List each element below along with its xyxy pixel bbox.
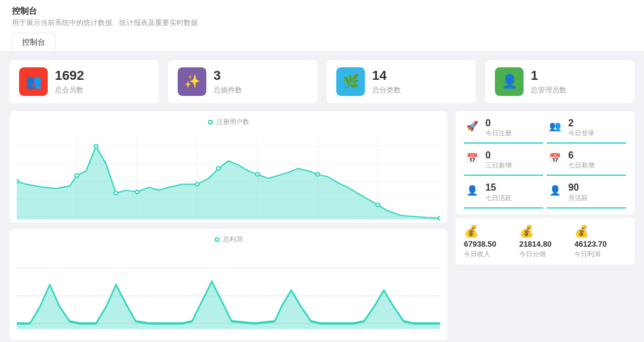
today-login-label: 今日登录 xyxy=(568,129,595,138)
svg-text:2022-10-16: 2022-10-16 xyxy=(122,222,152,223)
seven-day-active-number: 15 xyxy=(485,182,512,193)
main-content: 👥 1692 总会员数 ✨ 3 总插件数 🌿 14 总分类数 👤 1 总 xyxy=(0,52,644,342)
month-active-number: 90 xyxy=(568,182,588,193)
chart-registered: 注册用户数 xyxy=(10,111,447,223)
stats-row: 👥 1692 总会员数 ✨ 3 总插件数 🌿 14 总分类数 👤 1 总 xyxy=(10,60,634,103)
calendar7-icon: 📅 xyxy=(547,150,564,166)
svg-point-14 xyxy=(114,191,118,195)
stat-item-seven-day-active: 👤 15 七日活跃 xyxy=(464,182,543,208)
stat-item-three-day: 📅 0 三日新增 xyxy=(464,150,543,176)
three-day-label: 三日新增 xyxy=(485,161,512,170)
stat-number-plugins: 3 xyxy=(213,68,242,83)
finance-item-income: 💰 67938.50 今日收入 xyxy=(464,224,516,259)
profit-label: 今日利润 xyxy=(574,250,600,259)
stat-item-today-register: 🚀 0 今日注册 xyxy=(464,117,543,144)
tab-dashboard[interactable]: 控制台 xyxy=(12,33,55,51)
svg-point-12 xyxy=(75,174,79,178)
today-register-number: 0 xyxy=(485,117,512,129)
stat-icon-members: 👥 xyxy=(19,67,48,96)
stat-icon-plugins: ✨ xyxy=(178,67,206,96)
svg-text:2022-10-13: 2022-10-13 xyxy=(61,222,92,223)
stat-label-categories: 总分类数 xyxy=(372,85,401,95)
stat-item-month-active: 👤 90 月活跃 xyxy=(547,182,626,208)
chart-registered-legend: 注册用户数 xyxy=(17,117,440,126)
page-title: 控制台 xyxy=(12,6,632,17)
stat-item-seven-day-new: 📅 6 七日新增 xyxy=(547,150,626,176)
legend-label-registered: 注册用户数 xyxy=(216,117,249,126)
charts-column: 注册用户数 xyxy=(10,111,447,340)
stat-label-plugins: 总插件数 xyxy=(213,85,242,95)
stat-icon-admins: 👤 xyxy=(495,67,524,96)
month-active-label: 月活跃 xyxy=(568,194,588,203)
legend-label-profit: 总利润 xyxy=(223,235,243,244)
income-number: 67938.50 xyxy=(464,240,496,248)
right-stats-panel: 🚀 0 今日注册 👥 2 今日登录 📅 xyxy=(456,111,634,340)
profit-number: 46123.70 xyxy=(574,240,606,248)
chart-profit: 总利润 xyxy=(10,229,447,340)
stat-number-admins: 1 xyxy=(531,68,566,83)
three-day-number: 0 xyxy=(485,150,512,161)
finance-item-commission: 💰 21814.80 今日分佣 xyxy=(519,224,571,259)
finance-item-profit: 💰 46123.70 今日利润 xyxy=(574,224,626,259)
svg-text:2022-10-22: 2022-10-22 xyxy=(242,222,273,223)
svg-point-17 xyxy=(216,167,221,170)
svg-point-15 xyxy=(135,190,140,194)
commission-label: 今日分佣 xyxy=(519,250,546,259)
today-register-label: 今日注册 xyxy=(485,129,512,138)
today-login-number: 2 xyxy=(568,117,595,129)
income-label: 今日收入 xyxy=(464,250,490,259)
stat-label-admins: 总管理员数 xyxy=(531,85,566,95)
page-subtitle: 用于展示当前系统中的统计数据、统计报表及重要实时数据 xyxy=(12,18,632,28)
svg-point-13 xyxy=(94,145,98,148)
stat-card-categories: 🌿 14 总分类数 xyxy=(327,60,476,103)
user-month-icon: 👤 xyxy=(547,182,564,198)
login-icon: 👥 xyxy=(547,117,564,134)
svg-point-21 xyxy=(438,216,440,220)
commission-icon: 💰 xyxy=(519,224,534,238)
user7-icon: 👤 xyxy=(464,182,481,198)
rocket-icon: 🚀 xyxy=(464,117,481,134)
legend-dot-registered xyxy=(208,120,213,125)
svg-text:2022-10-28: 2022-10-28 xyxy=(363,222,393,223)
bottom-section: 注册用户数 xyxy=(10,111,634,340)
profit-icon: 💰 xyxy=(574,224,589,238)
stat-icon-categories: 🌿 xyxy=(336,67,365,96)
svg-point-20 xyxy=(376,203,380,207)
tab-bar: 控制台 xyxy=(12,33,632,51)
svg-text:10-10: 10-10 xyxy=(17,222,24,223)
commission-number: 21814.80 xyxy=(519,240,552,248)
svg-text:2022-10-19: 2022-10-19 xyxy=(182,222,212,223)
stat-item-today-login: 👥 2 今日登录 xyxy=(547,117,626,144)
stat-card-members: 👥 1692 总会员数 xyxy=(10,60,159,103)
calendar3-icon: 📅 xyxy=(464,150,481,166)
stat-number-members: 1692 xyxy=(55,68,84,83)
stat-number-categories: 14 xyxy=(372,68,401,83)
stats-grid-upper: 🚀 0 今日注册 👥 2 今日登录 📅 xyxy=(456,111,634,214)
svg-point-18 xyxy=(255,173,259,176)
chart-profit-legend: 总利润 xyxy=(17,235,440,244)
legend-dot-profit xyxy=(215,237,219,242)
chart-registered-svg: 10-10 2022-10-13 2022-10-16 2022-10-19 2… xyxy=(17,129,440,223)
svg-point-19 xyxy=(315,173,320,176)
stat-card-admins: 👤 1 总管理员数 xyxy=(485,60,634,103)
finance-stats: 💰 67938.50 今日收入 💰 21814.80 今日分佣 💰 46123.… xyxy=(456,218,634,265)
svg-point-16 xyxy=(196,182,200,186)
svg-text:2022-10-25: 2022-10-25 xyxy=(302,222,333,223)
seven-day-new-number: 6 xyxy=(568,150,595,161)
seven-day-new-label: 七日新增 xyxy=(568,161,595,170)
chart-profit-svg xyxy=(17,246,440,340)
header: 控制台 用于展示当前系统中的统计数据、统计报表及重要实时数据 控制台 xyxy=(0,0,644,52)
svg-point-11 xyxy=(17,179,18,183)
income-icon: 💰 xyxy=(464,224,479,238)
stat-card-plugins: ✨ 3 总插件数 xyxy=(168,60,317,103)
seven-day-active-label: 七日活跃 xyxy=(485,194,512,203)
stat-label-members: 总会员数 xyxy=(55,85,84,95)
